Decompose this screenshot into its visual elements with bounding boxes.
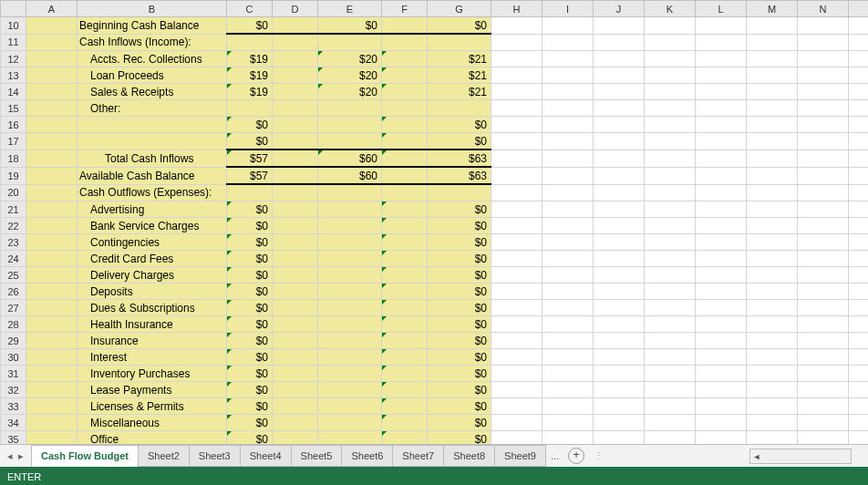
row-label[interactable]: Available Cash Balance [78,167,227,184]
cell-N30[interactable] [798,349,849,366]
cell-J19[interactable] [594,167,645,184]
cell-D24[interactable] [273,251,318,267]
cell-N10[interactable] [798,17,849,35]
cell-L24[interactable] [696,251,747,267]
cell-L12[interactable] [696,51,747,67]
cell-O32[interactable] [849,382,869,398]
cell-O12[interactable] [849,51,869,67]
row-label[interactable] [78,117,227,133]
cell-A21[interactable] [26,201,78,218]
cell-J26[interactable] [594,284,645,300]
cell-H26[interactable] [491,284,542,300]
cell-A14[interactable] [26,84,78,100]
cell-N32[interactable] [798,382,849,398]
cell-G20[interactable] [428,184,491,201]
cell-H31[interactable] [491,366,542,382]
cell-I34[interactable] [542,415,594,431]
cell-G35[interactable]: $0 [428,431,491,445]
cell-N13[interactable] [798,67,849,84]
cell-H24[interactable] [491,251,542,267]
column-header-E[interactable]: E [318,1,382,17]
cell-E16[interactable] [318,117,382,133]
cell-I25[interactable] [542,267,594,284]
cell-J35[interactable] [594,431,645,445]
row-label[interactable]: Health Insurance [78,316,227,333]
cell-N25[interactable] [798,267,849,284]
cell-N18[interactable] [798,150,849,167]
row-label[interactable]: Total Cash Inflows [78,150,227,167]
cell-G14[interactable]: $21 [428,84,491,100]
cell-F15[interactable] [382,100,428,117]
cell-K19[interactable] [645,167,696,184]
cell-L35[interactable] [696,431,747,445]
cell-A25[interactable] [26,267,78,284]
cell-E30[interactable] [318,349,382,366]
cell-A10[interactable] [26,17,78,35]
cell-I14[interactable] [542,84,594,100]
cell-E23[interactable] [318,234,382,251]
cell-L25[interactable] [696,267,747,284]
cell-H28[interactable] [491,316,542,333]
cell-O29[interactable] [849,333,869,349]
cell-O30[interactable] [849,349,869,366]
cell-M12[interactable] [747,51,798,67]
sheet-tab[interactable]: Sheet2 [138,445,190,467]
cell-D30[interactable] [273,349,318,366]
cell-I13[interactable] [542,67,594,84]
cell-O14[interactable] [849,84,869,100]
cell-N14[interactable] [798,84,849,100]
cell-C16[interactable]: $0 [227,117,273,133]
cell-M27[interactable] [747,300,798,316]
sheet-tab[interactable]: Sheet4 [240,445,292,467]
cell-O15[interactable] [849,100,869,117]
cell-D13[interactable] [273,67,318,84]
row-header-21[interactable]: 21 [1,201,26,218]
cell-O22[interactable] [849,218,869,234]
cell-J16[interactable] [594,117,645,133]
select-all-corner[interactable] [1,1,26,17]
cell-H17[interactable] [491,133,542,150]
cell-K27[interactable] [645,300,696,316]
cell-I24[interactable] [542,251,594,267]
cell-L27[interactable] [696,300,747,316]
cell-I29[interactable] [542,333,594,349]
cell-F27[interactable] [382,300,428,316]
cell-N33[interactable] [798,398,849,415]
row-header-19[interactable]: 19 [1,167,26,184]
sheet-tab[interactable]: Sheet8 [443,445,495,467]
cell-L11[interactable] [696,34,747,51]
row-label[interactable]: Interest [78,349,227,366]
column-header-H[interactable]: H [491,1,542,17]
cell-H30[interactable] [491,349,542,366]
cell-E17[interactable] [318,133,382,150]
cell-J10[interactable] [594,17,645,35]
cell-E11[interactable] [318,34,382,51]
row-header-31[interactable]: 31 [1,366,26,382]
column-header-I[interactable]: I [542,1,594,17]
cell-I28[interactable] [542,316,594,333]
cell-D23[interactable] [273,234,318,251]
cell-K16[interactable] [645,117,696,133]
cell-F10[interactable] [382,17,428,35]
cell-E29[interactable] [318,333,382,349]
cell-E33[interactable] [318,398,382,415]
cell-J13[interactable] [594,67,645,84]
column-header-L[interactable]: L [696,1,747,17]
cell-F28[interactable] [382,316,428,333]
cell-J12[interactable] [594,51,645,67]
tab-nav-next-icon[interactable]: ▸ [18,450,24,462]
cell-G18[interactable]: $63 [428,150,491,167]
cell-N16[interactable] [798,117,849,133]
cell-D10[interactable] [273,17,318,35]
cell-L16[interactable] [696,117,747,133]
cell-F30[interactable] [382,349,428,366]
cell-J15[interactable] [594,100,645,117]
cell-E22[interactable] [318,218,382,234]
cell-M17[interactable] [747,133,798,150]
cell-C15[interactable] [227,100,273,117]
cell-M13[interactable] [747,67,798,84]
cell-N31[interactable] [798,366,849,382]
cell-H21[interactable] [491,201,542,218]
cell-F18[interactable] [382,150,428,167]
row-header-12[interactable]: 12 [1,51,26,67]
